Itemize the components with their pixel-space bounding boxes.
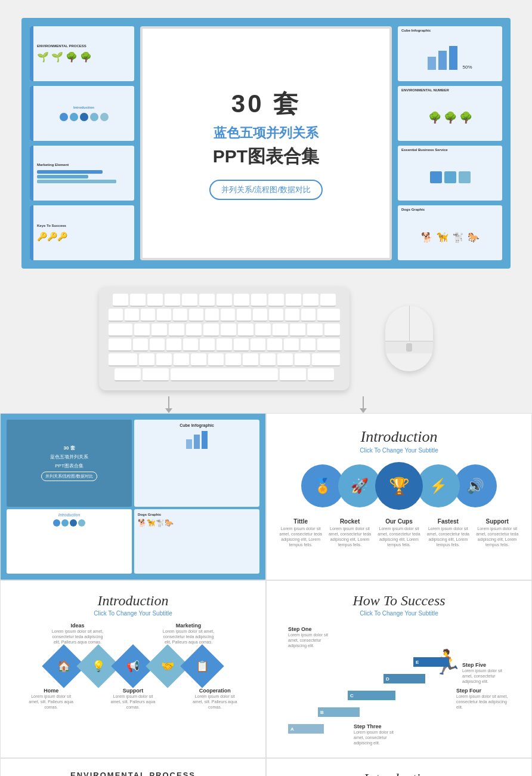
key-y [221, 324, 236, 337]
slide3-subtitle: Click To Change Your Subtitle [10, 610, 256, 617]
key-quote [301, 338, 316, 352]
key-j [234, 338, 249, 352]
key-r [186, 324, 202, 337]
key-l [267, 338, 282, 352]
thumb-r1: Cube Infographic 50% [398, 26, 502, 81]
top-banner: ENVIRONMENTAL PROCESS 🌱 🌱 🌳 🌳 Introducti… [21, 18, 511, 269]
key-enter [317, 338, 340, 352]
key-3 [157, 309, 171, 322]
slide-intro-diamonds: Introduction Click To Change Your Subtit… [0, 580, 266, 758]
key-f6 [216, 294, 232, 307]
banner-right-thumbs: Cube Infographic 50% ENVIRONMENTAL NUMBE… [398, 26, 502, 260]
key-tab [109, 324, 132, 337]
key-semi [284, 338, 299, 352]
key-h [216, 338, 231, 352]
banner-main: PPT图表合集 [213, 144, 319, 169]
mouse-right-button [410, 306, 434, 341]
banner-count: 30 套 [231, 87, 301, 121]
slide4-subtitle: Click To Change Your Subtitle [276, 610, 522, 617]
key-f3 [165, 294, 180, 307]
slide-row-2: Introduction Click To Change Your Subtit… [0, 580, 532, 758]
key-n [225, 353, 241, 367]
key-v [191, 353, 206, 367]
mouse-scroll-wheel-area [385, 341, 433, 353]
key-o [273, 324, 288, 337]
thumb-r3: Essential Business Service [398, 146, 502, 201]
key-f11 [303, 294, 318, 307]
key-f9 [268, 294, 284, 307]
key-2 [141, 309, 155, 322]
banner-left-thumbs: ENVIRONMENTAL PROCESS 🌱 🌱 🌳 🌳 Introducti… [30, 26, 134, 260]
slide-pie-charts: Introduction Click To Change Your Subtit… [266, 758, 532, 776]
mouse [385, 306, 433, 371]
key-q [134, 324, 150, 337]
key-backspace [317, 309, 340, 322]
key-c [174, 353, 189, 367]
key-6 [205, 309, 219, 322]
key-a [133, 338, 148, 352]
mouse-scroll-wheel [406, 343, 412, 352]
slide-preview-cell: 30 套 蓝色五项并列关系 PPT图表合集 并列关系/流程图/数据对比 Cube… [0, 413, 266, 580]
key-lctrl [115, 368, 141, 381]
key-lbracket [307, 324, 323, 337]
key-f1 [130, 294, 146, 307]
key-s [150, 338, 165, 352]
slide-env-process: ENVIROMENTAL PROCESS Build To Change You… [0, 758, 266, 776]
thumb-r4: Dogs Graphic 🐕🦮🐩🐎 [398, 205, 502, 260]
key-m [243, 353, 258, 367]
key-esc [113, 294, 128, 307]
key-lshift [109, 353, 137, 367]
slide4-title: How To Success [276, 593, 522, 609]
key-i [255, 324, 271, 337]
key-f2 [147, 294, 163, 307]
key-f10 [286, 294, 301, 307]
key-slash [295, 353, 310, 367]
key-f12 [320, 294, 336, 307]
thumb-1: ENVIRONMENTAL PROCESS 🌱 🌱 🌳 🌳 [30, 26, 134, 81]
key-8 [237, 309, 251, 322]
slide5-title: ENVIROMENTAL PROCESS [10, 771, 256, 776]
key-f7 [234, 294, 249, 307]
slide-intro-circles: Introduction Click To Change Your Subtit… [266, 413, 532, 580]
slide3-title: Introduction [10, 593, 256, 609]
banner-subtitle: 蓝色五项并列关系 [214, 124, 318, 142]
key-equals [301, 309, 316, 322]
key-rctrl [308, 368, 334, 381]
slide-row-1: 30 套 蓝色五项并列关系 PPT图表合集 并列关系/流程图/数据对比 Cube… [0, 413, 532, 580]
key-0 [269, 309, 283, 322]
key-7 [221, 309, 235, 322]
key-g [200, 338, 215, 352]
key-u [238, 324, 253, 337]
slide2-title: Introduction [276, 428, 522, 446]
key-caps [109, 338, 131, 352]
thumb-2: Introduction [30, 86, 134, 141]
key-x [156, 353, 172, 367]
key-comma [260, 353, 276, 367]
key-b [208, 353, 224, 367]
key-ralt [280, 368, 306, 381]
key-4 [173, 309, 187, 322]
mouse-left-button [385, 306, 410, 341]
key-lalt [143, 368, 169, 381]
key-tilde [109, 309, 123, 322]
key-f [183, 338, 198, 352]
key-9 [253, 309, 267, 322]
key-minus [285, 309, 299, 322]
key-t [203, 324, 219, 337]
key-rshift [312, 353, 341, 367]
slide-row-3: ENVIROMENTAL PROCESS Build To Change You… [0, 758, 532, 776]
thumb-r2: ENVIRONMENTAL NUMBER 🌳 🌳 🌳 [398, 86, 502, 141]
key-z [139, 353, 154, 367]
key-d [166, 338, 181, 352]
key-5 [189, 309, 203, 322]
key-f5 [199, 294, 215, 307]
slide6-title: Introduction [276, 771, 522, 776]
key-p [290, 324, 305, 337]
slide-steps: How To Success Click To Change Your Subt… [266, 580, 532, 758]
key-e [169, 324, 184, 337]
banner-tag: 并列关系/流程图/数据对比 [209, 180, 323, 200]
key-w [151, 324, 167, 337]
thumb-4: Keys To Success 🔑🔑🔑 [30, 205, 134, 260]
key-1 [125, 309, 139, 322]
key-period [277, 353, 293, 367]
